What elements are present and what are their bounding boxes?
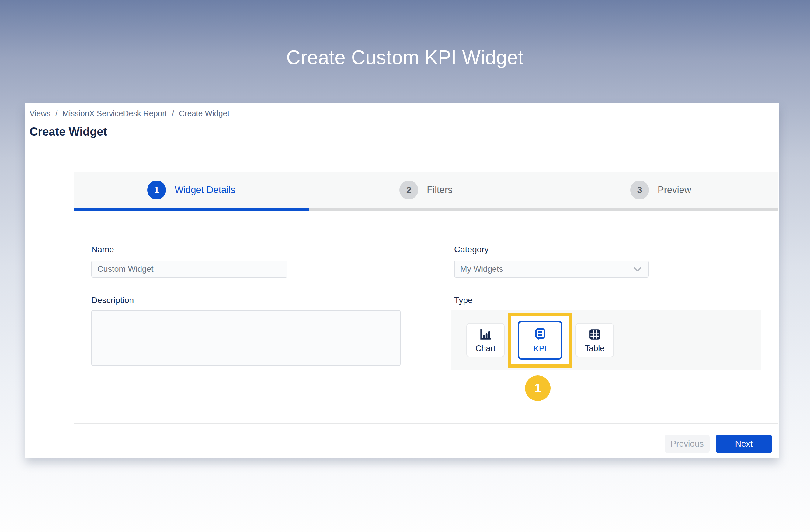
breadcrumb-item-create-widget: Create Widget [179, 109, 229, 118]
annotation-highlight-box: KPI [508, 313, 572, 368]
name-input[interactable] [91, 261, 288, 278]
name-label: Name [91, 245, 114, 254]
type-option-label: KPI [534, 344, 547, 353]
step-number-badge: 2 [399, 181, 418, 199]
description-textarea[interactable] [91, 310, 401, 366]
step-label: Filters [427, 184, 452, 196]
breadcrumb-item-report[interactable]: MissionX ServiceDesk Report [62, 109, 167, 118]
type-option-label: Table [585, 344, 605, 353]
breadcrumb: Views / MissionX ServiceDesk Report / Cr… [30, 109, 229, 118]
type-option-panel: Chart KPI Table [451, 310, 761, 370]
kpi-icon [533, 327, 548, 342]
page-title: Create Custom KPI Widget [0, 46, 810, 69]
type-option-chart[interactable]: Chart [466, 323, 505, 357]
card-heading: Create Widget [30, 125, 107, 138]
footer-divider [74, 423, 778, 424]
step-filters[interactable]: 2 Filters [309, 172, 544, 207]
type-option-table[interactable]: Table [576, 323, 614, 357]
step-preview[interactable]: 3 Preview [543, 172, 778, 207]
category-label: Category [454, 245, 489, 254]
breadcrumb-separator: / [172, 109, 174, 118]
type-option-kpi[interactable]: KPI [518, 321, 563, 360]
step-widget-details[interactable]: 1 Widget Details [74, 172, 309, 207]
type-label: Type [454, 296, 473, 305]
breadcrumb-item-views[interactable]: Views [30, 109, 50, 118]
next-button[interactable]: Next [716, 435, 772, 453]
create-widget-card: Views / MissionX ServiceDesk Report / Cr… [25, 103, 779, 458]
stepper-progress-track [74, 207, 778, 211]
breadcrumb-separator: / [55, 109, 58, 118]
footer-actions: Previous Next [665, 435, 772, 453]
previous-button[interactable]: Previous [665, 435, 710, 453]
table-icon [588, 328, 602, 342]
category-select[interactable]: My Widgets [454, 261, 649, 278]
stepper-progress-fill [74, 207, 309, 211]
step-label: Widget Details [175, 184, 236, 196]
bar-chart-icon [479, 328, 492, 342]
chevron-down-icon [632, 264, 643, 274]
description-label: Description [91, 296, 134, 305]
step-label: Preview [658, 184, 691, 196]
type-option-label: Chart [475, 344, 496, 353]
step-number-badge: 3 [630, 181, 649, 199]
annotation-step-badge: 1 [525, 376, 551, 401]
step-number-badge: 1 [147, 181, 166, 199]
category-selected-value: My Widgets [460, 265, 503, 274]
wizard-stepper: 1 Widget Details 2 Filters 3 Preview [74, 172, 778, 211]
